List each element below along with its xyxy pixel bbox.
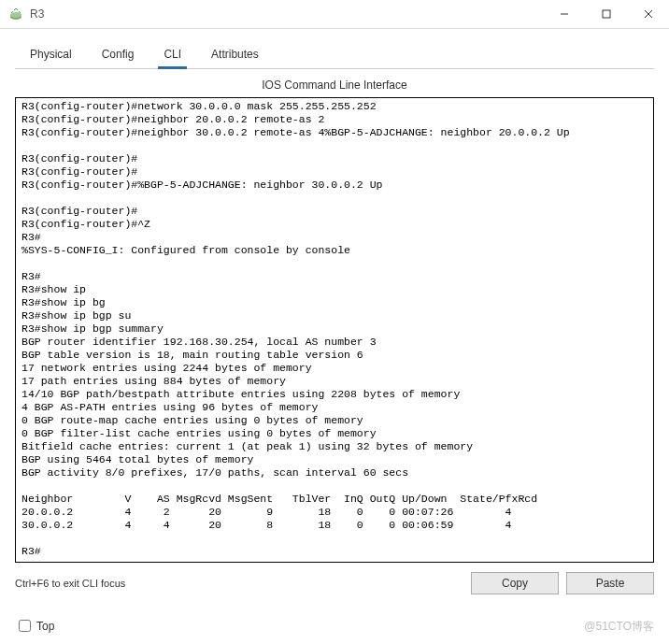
exit-focus-hint: Ctrl+F6 to exit CLI focus <box>15 578 125 589</box>
watermark: @51CTO博客 <box>584 619 654 635</box>
minimize-button[interactable] <box>543 0 585 28</box>
tab-attributes[interactable]: Attributes <box>196 42 274 68</box>
top-label: Top <box>36 620 54 633</box>
footer: Top <box>15 617 54 635</box>
bottom-row: Ctrl+F6 to exit CLI focus Copy Paste <box>15 572 654 594</box>
top-checkbox[interactable] <box>19 620 31 632</box>
router-icon <box>7 6 24 22</box>
paste-button[interactable]: Paste <box>566 572 654 594</box>
tab-cli[interactable]: CLI <box>149 42 196 68</box>
maximize-button[interactable] <box>585 0 627 28</box>
svg-rect-3 <box>603 10 610 18</box>
tab-bar: Physical Config CLI Attributes <box>15 42 654 69</box>
tab-config[interactable]: Config <box>87 42 149 68</box>
content-area: Physical Config CLI Attributes IOS Comma… <box>0 29 669 594</box>
close-button[interactable] <box>627 0 669 28</box>
titlebar: R3 <box>0 0 669 29</box>
panel-title: IOS Command Line Interface <box>15 69 654 97</box>
window-title: R3 <box>30 7 44 21</box>
copy-button[interactable]: Copy <box>471 572 559 594</box>
tab-physical[interactable]: Physical <box>15 42 87 68</box>
cli-terminal[interactable]: R3(config-router)#network 30.0.0.0 mask … <box>15 97 654 563</box>
